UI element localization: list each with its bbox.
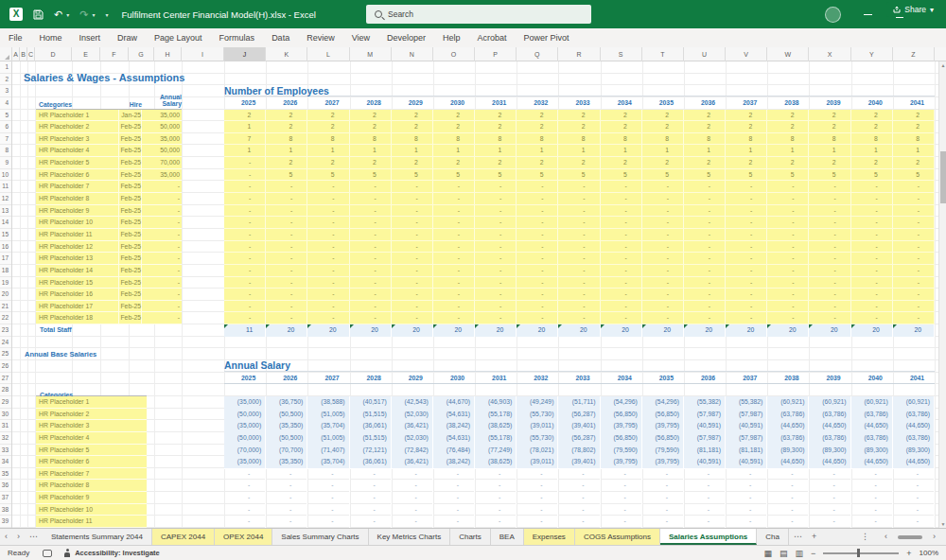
cell-annual-salary-value[interactable]: (63,786) bbox=[767, 409, 809, 422]
cell-annual-salary-value[interactable]: (39,401) bbox=[558, 420, 600, 433]
cell-employee-count[interactable]: - bbox=[392, 301, 433, 312]
cell-annual-salary-value[interactable]: (55,382) bbox=[684, 396, 726, 410]
row-header-10[interactable]: 10 bbox=[0, 169, 11, 182]
row-header-35[interactable]: 35 bbox=[0, 468, 11, 481]
cell-annual-salary-value[interactable]: - bbox=[392, 516, 433, 528]
cell-annual-salary-value[interactable]: (35,350) bbox=[266, 420, 307, 433]
cell-employee-count[interactable]: - bbox=[266, 253, 307, 264]
cell-employee-count[interactable]: - bbox=[893, 241, 935, 253]
cell-employee-count[interactable]: - bbox=[893, 229, 935, 240]
cell-employee-count[interactable]: - bbox=[642, 229, 684, 240]
cell-category[interactable]: HR Placeholder 10 bbox=[36, 504, 147, 516]
row-header-16[interactable]: 16 bbox=[0, 241, 11, 254]
cell-annual-salary-value[interactable]: - bbox=[224, 516, 266, 528]
zoom-slider-thumb[interactable] bbox=[857, 549, 860, 557]
cell-employee-count[interactable]: 5 bbox=[851, 169, 893, 181]
cell-category[interactable]: HR Placeholder 7 bbox=[36, 181, 119, 192]
cell-annual-salary-value[interactable]: - bbox=[684, 516, 726, 528]
cell-annual-salary-value[interactable]: - bbox=[558, 516, 600, 528]
sheet-tab-statements-summary-2044[interactable]: Statements Summary 2044 bbox=[43, 529, 152, 545]
row-header-1[interactable]: 1 bbox=[0, 61, 11, 74]
cell-employee-count[interactable]: - bbox=[851, 241, 893, 253]
cell-employee-count[interactable]: 2 bbox=[809, 110, 850, 121]
cell-category[interactable]: HR Placeholder 3 bbox=[36, 420, 147, 432]
cell-employee-count[interactable]: 2 bbox=[601, 121, 642, 132]
cell-employee-count[interactable]: - bbox=[350, 181, 392, 192]
cell-employee-count[interactable]: 1 bbox=[224, 121, 266, 132]
sheet-tab-capex-2044[interactable]: CAPEX 2044 bbox=[152, 529, 215, 545]
cell-employee-count[interactable]: - bbox=[433, 301, 475, 312]
cell-employee-count[interactable]: 8 bbox=[475, 133, 517, 145]
cell-annual-salary-value[interactable]: (81,181) bbox=[726, 445, 767, 458]
cell-employee-count[interactable]: - bbox=[809, 253, 850, 264]
cell-employee-count[interactable]: 2 bbox=[350, 157, 392, 168]
cell-annual-salary-value[interactable]: (39,011) bbox=[517, 456, 558, 469]
column-header-E[interactable]: E bbox=[72, 47, 100, 61]
cell-employee-count[interactable]: - bbox=[517, 277, 558, 289]
cell-employee-count[interactable]: - bbox=[893, 205, 935, 217]
cell-annual-salary-value[interactable]: (54,296) bbox=[642, 396, 684, 410]
row-header-17[interactable]: 17 bbox=[0, 253, 11, 265]
cell-employee-count[interactable]: - bbox=[767, 289, 809, 300]
cell-annual-salary-value[interactable]: (77,249) bbox=[475, 445, 517, 458]
cell-employee-count[interactable]: - bbox=[475, 205, 517, 217]
tab-splitter-icon[interactable]: ⋮ bbox=[856, 529, 874, 545]
cell-annual-salary-value[interactable]: (44,650) bbox=[767, 456, 809, 469]
cell-annual-salary-value[interactable]: - bbox=[307, 516, 349, 528]
cell-employee-count[interactable]: - bbox=[266, 205, 307, 217]
sheet-tab-charts[interactable]: Charts bbox=[450, 529, 491, 545]
cell-annual-salary-value[interactable]: (56,850) bbox=[642, 432, 684, 446]
cell-annual-salary-value[interactable]: - bbox=[433, 480, 475, 492]
zoom-in-icon[interactable]: + bbox=[906, 549, 911, 558]
cell-employee-count[interactable]: 5 bbox=[684, 169, 726, 181]
cell-employee-count[interactable]: - bbox=[350, 205, 392, 217]
cell-employee-count[interactable]: - bbox=[726, 265, 767, 276]
row-header-5[interactable]: 5 bbox=[0, 110, 11, 122]
cell-annual-salary[interactable]: - bbox=[142, 241, 182, 253]
cell-total-staff[interactable]: 20 bbox=[851, 324, 893, 337]
cell-employee-count[interactable]: - bbox=[601, 193, 642, 204]
cell-annual-salary-value[interactable]: - bbox=[642, 504, 684, 516]
cell-employee-count[interactable]: - bbox=[642, 265, 684, 276]
cell-annual-salary-value[interactable]: - bbox=[392, 504, 433, 516]
cell-annual-salary-value[interactable]: - bbox=[350, 492, 392, 504]
cell-annual-salary[interactable]: - bbox=[142, 277, 182, 289]
year-header[interactable]: 2038 bbox=[767, 97, 809, 110]
row-header-4[interactable]: 4 bbox=[0, 97, 11, 110]
cell-employee-count[interactable]: - bbox=[433, 265, 475, 276]
cell-annual-salary-value[interactable]: - bbox=[851, 468, 893, 481]
cell-category[interactable]: HR Placeholder 7 bbox=[36, 468, 147, 481]
cell-employee-count[interactable]: - bbox=[307, 217, 349, 228]
cell-employee-count[interactable]: - bbox=[433, 181, 475, 192]
cell-employee-count[interactable]: - bbox=[558, 229, 600, 240]
cell-employee-count[interactable]: - bbox=[601, 277, 642, 289]
row-header-34[interactable]: 34 bbox=[0, 456, 11, 468]
cell-annual-salary-value[interactable]: - bbox=[893, 480, 935, 492]
cell-annual-salary-value[interactable]: (39,795) bbox=[601, 420, 642, 433]
cell-hire-date[interactable]: Feb-25 bbox=[119, 157, 142, 168]
cell-annual-salary[interactable]: - bbox=[142, 193, 182, 204]
cell-employee-count[interactable]: - bbox=[266, 301, 307, 312]
account-avatar[interactable] bbox=[825, 7, 841, 23]
cell-annual-salary[interactable]: 50,000 bbox=[142, 121, 182, 132]
cell-annual-salary-value[interactable]: - bbox=[517, 492, 558, 504]
cell-employee-count[interactable]: - bbox=[392, 277, 433, 289]
cell-employee-count[interactable]: 2 bbox=[558, 110, 600, 121]
column-header-V[interactable]: V bbox=[726, 47, 767, 61]
cell-employee-count[interactable]: - bbox=[224, 181, 266, 192]
cell-employee-count[interactable]: 2 bbox=[809, 121, 850, 132]
year-header[interactable]: 2040 bbox=[851, 373, 893, 385]
cell-total-staff[interactable]: 20 bbox=[642, 324, 684, 337]
cell-employee-count[interactable]: 8 bbox=[558, 133, 600, 145]
cell-category[interactable]: HR Placeholder 3 bbox=[36, 133, 119, 145]
cell-employee-count[interactable]: - bbox=[392, 289, 433, 300]
cell-annual-salary-value[interactable]: - bbox=[517, 504, 558, 516]
cell-employee-count[interactable]: - bbox=[767, 205, 809, 217]
cell-employee-count[interactable]: - bbox=[350, 193, 392, 204]
cell-employee-count[interactable]: - bbox=[433, 241, 475, 253]
section-title-salaries-wages[interactable]: Salaries & Wages - Assumptions bbox=[24, 72, 184, 83]
year-header[interactable]: 2034 bbox=[601, 373, 642, 385]
cell-annual-salary-value[interactable]: (63,786) bbox=[809, 409, 850, 422]
column-header-M[interactable]: M bbox=[350, 47, 392, 61]
cell-employee-count[interactable]: - bbox=[809, 181, 850, 192]
